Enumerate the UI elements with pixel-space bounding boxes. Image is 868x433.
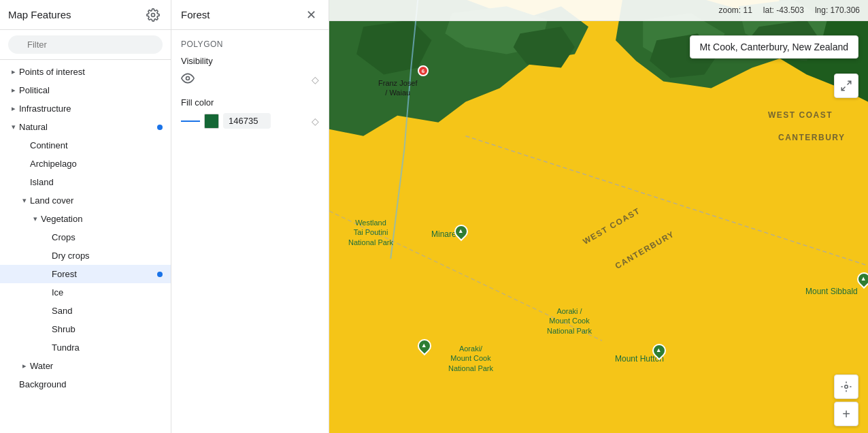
map-svg [329, 0, 868, 433]
sidebar-item-label: Continent [30, 140, 68, 150]
sidebar-item-background[interactable]: Background [0, 375, 171, 394]
svg-line-18 [848, 81, 851, 84]
westland-label: WestlandTai PoutiniNational Park [348, 218, 393, 247]
sidebar-item-label: Vegetation [41, 214, 82, 224]
sidebar-header: Map Features [0, 0, 171, 30]
canterbury-label-1: CANTERBURY [778, 133, 846, 144]
sidebar-item-natural[interactable]: ▾Natural [0, 118, 171, 136]
sidebar-title: Map Features [8, 9, 71, 20]
fill-color-label: Fill color [181, 97, 319, 108]
arrow-icon: ▸ [8, 104, 19, 113]
arrow-icon: ▾ [30, 214, 41, 223]
settings-button[interactable] [144, 5, 163, 25]
svg-point-4 [186, 77, 190, 80]
sidebar-item-archipelago[interactable]: Archipelago [0, 155, 171, 173]
sidebar-item-political[interactable]: ▸Political [0, 81, 171, 99]
filter-bar [0, 30, 171, 60]
aoraki-label-2: Aoraki/Mount CookNational Park [448, 344, 493, 373]
svg-point-20 [845, 385, 848, 389]
sidebar-item-ice[interactable]: Ice [0, 283, 171, 302]
sidebar-item-label: Tundra [52, 342, 80, 353]
sidebar-item-label: Crops [52, 232, 76, 242]
sidebar-item-dry-crops[interactable]: Dry crops [0, 246, 171, 265]
sidebar-item-forest[interactable]: Forest [0, 265, 171, 283]
sidebar-item-sand[interactable]: Sand [0, 302, 171, 320]
visibility-row: ◇ [181, 71, 319, 88]
sidebar-item-label: Shrub [52, 324, 76, 334]
sidebar-item-label: Background [19, 379, 66, 389]
aoraki-label-1: Aoraki /Mount CookNational Park [547, 306, 592, 336]
detail-title: Forest [181, 9, 210, 20]
svg-line-19 [841, 87, 845, 91]
active-dot [157, 272, 163, 277]
franz-josef-label: Franz Josef/ Waiau [378, 78, 417, 98]
detail-body: Polygon Visibility ◇ Fill color ◇ [171, 30, 329, 148]
color-left [181, 113, 271, 129]
color-line [181, 121, 200, 122]
sidebar-item-island[interactable]: Island [0, 173, 171, 191]
sidebar-item-label: Points of interest [19, 67, 85, 77]
gps-button[interactable] [834, 374, 858, 399]
polygon-label: Polygon [181, 39, 319, 49]
zoom-in-button[interactable]: + [834, 402, 858, 426]
route-dot-6: 6 [418, 65, 429, 76]
arrow-icon: ▸ [8, 67, 19, 76]
sidebar-item-label: Sand [52, 306, 72, 316]
sidebar-item-label: Dry crops [52, 251, 90, 261]
map-coords: zoom: 11 lat: -43.503 lng: 170.306 [718, 5, 860, 15]
fill-color-row: ◇ [181, 113, 319, 129]
sidebar-item-label: Archipelago [30, 159, 77, 169]
close-button[interactable]: ✕ [303, 5, 319, 25]
arrow-icon: ▾ [19, 196, 30, 205]
sidebar-item-continent[interactable]: Continent [0, 136, 171, 155]
sidebar-item-label: Ice [52, 287, 63, 298]
visibility-diamond-icon[interactable]: ◇ [312, 74, 319, 85]
sidebar-item-label: Forest [52, 269, 77, 279]
map-topbar: zoom: 11 lat: -43.503 lng: 170.306 [329, 0, 868, 21]
fullscreen-button[interactable] [834, 74, 858, 98]
map-area[interactable]: zoom: 11 lat: -43.503 lng: 170.306 Mt Co… [329, 0, 868, 433]
arrow-icon: ▾ [8, 123, 19, 131]
sidebar-item-label: Water [30, 361, 53, 371]
eye-icon[interactable] [181, 71, 195, 88]
zoom-label: zoom: 11 [718, 5, 752, 15]
filter-input[interactable] [8, 35, 163, 54]
sidebar-item-shrub[interactable]: Shrub [0, 320, 171, 338]
sidebar-item-infrastructure[interactable]: ▸Infrastructure [0, 99, 171, 118]
lng-label: lng: 170.306 [815, 5, 860, 15]
map-controls [834, 74, 858, 98]
arrow-icon: ▸ [19, 362, 30, 370]
sidebar-item-label: Infrastructure [19, 103, 71, 114]
sidebar-item-label: Land cover [30, 195, 73, 206]
active-dot [157, 125, 163, 130]
visibility-label: Visibility [181, 56, 319, 66]
west-coast-label-1: WEST COAST [768, 110, 833, 121]
sidebar-item-label: Island [30, 177, 54, 187]
tree-list: ▸Points of interest▸Political▸Infrastruc… [0, 60, 171, 433]
arrow-icon: ▸ [8, 86, 19, 95]
svg-point-0 [152, 13, 155, 16]
sidebar: Map Features ▸Points of interest▸Politic… [0, 0, 171, 433]
color-swatch[interactable] [204, 114, 219, 129]
mount-sibbald-label: Mount Sibbald [805, 287, 858, 298]
sidebar-item-label: Natural [19, 122, 48, 132]
detail-header: Forest ✕ [171, 0, 329, 30]
lat-label: lat: -43.503 [763, 5, 804, 15]
fill-color-diamond-icon[interactable]: ◇ [312, 116, 319, 127]
sidebar-item-crops[interactable]: Crops [0, 228, 171, 246]
sidebar-item-water[interactable]: ▸Water [0, 357, 171, 375]
sidebar-item-vegetation[interactable]: ▾Vegetation [0, 210, 171, 228]
sidebar-item-points-of-interest[interactable]: ▸Points of interest [0, 63, 171, 81]
location-label: Mt Cook, Canterbury, New Zealand [690, 35, 858, 59]
sidebar-item-label: Political [19, 85, 50, 95]
detail-panel: Forest ✕ Polygon Visibility ◇ Fill color… [171, 0, 329, 433]
color-hex-input[interactable] [223, 113, 271, 129]
sidebar-item-land-cover[interactable]: ▾Land cover [0, 191, 171, 210]
sidebar-item-tundra[interactable]: Tundra [0, 338, 171, 357]
